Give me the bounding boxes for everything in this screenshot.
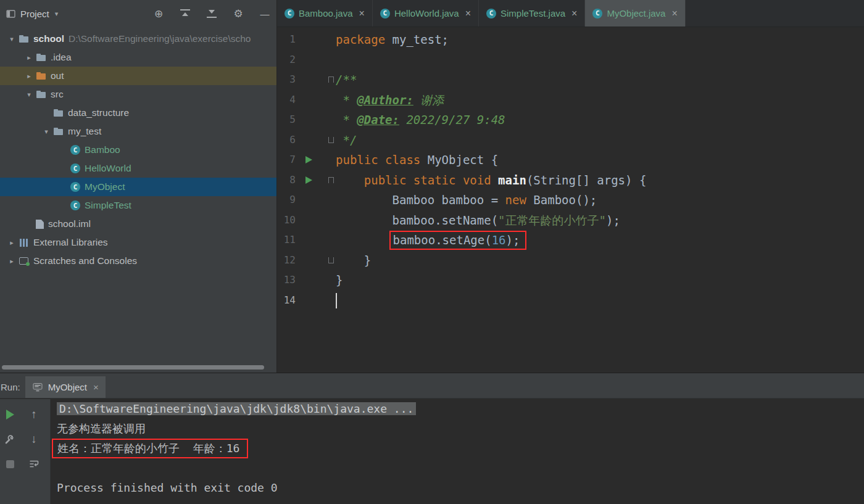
code-line[interactable]: 13} bbox=[277, 270, 864, 291]
square-glyph bbox=[6, 460, 14, 468]
console-line[interactable]: 姓名：正常年龄的小竹子 年龄：16 bbox=[57, 439, 864, 458]
close-icon[interactable]: × bbox=[359, 8, 365, 19]
tree-item-external-libraries[interactable]: ▸External Libraries bbox=[0, 233, 276, 252]
code-token: */ bbox=[336, 133, 357, 147]
tree-item-data-structure[interactable]: data_structure bbox=[0, 104, 276, 122]
tree-item-simpletest[interactable]: CSimpleTest bbox=[0, 196, 276, 215]
tab-label: HelloWorld.java bbox=[394, 8, 459, 19]
project-view-title[interactable]: Project bbox=[20, 9, 49, 19]
code-line[interactable]: 7public class MyObject { bbox=[277, 150, 864, 170]
folder-excluded-icon bbox=[36, 71, 46, 81]
settings-gear-icon[interactable]: ⚙ bbox=[233, 8, 244, 19]
code-token: Bamboo(); bbox=[526, 193, 597, 207]
code-line[interactable]: 2 bbox=[277, 50, 864, 70]
code-line[interactable]: 14 bbox=[277, 291, 864, 311]
rerun-icon[interactable] bbox=[3, 408, 17, 421]
close-icon[interactable]: × bbox=[465, 8, 471, 19]
code-line[interactable]: 11 bamboo.setAge(16); bbox=[277, 230, 864, 250]
scroll-down-icon[interactable]: ↓ bbox=[27, 432, 41, 446]
tree-item-school-iml[interactable]: school.iml bbox=[0, 215, 276, 233]
close-icon[interactable]: × bbox=[571, 8, 577, 19]
project-panel-toolbar: ⊕⚙— bbox=[153, 8, 270, 19]
project-path: D:\SoftwareEngineering\java\exercise\sch… bbox=[69, 33, 251, 44]
code-area[interactable]: 1package my_test;23/**4 * @Author: 谢添5 *… bbox=[277, 27, 864, 310]
soft-wrap-icon[interactable] bbox=[27, 457, 41, 471]
code-line[interactable]: 10 bamboo.setName("正常年龄的小竹子"); bbox=[277, 210, 864, 231]
tab-simpletest-java[interactable]: CSimpleTest.java× bbox=[479, 0, 585, 27]
tool-window-icon[interactable] bbox=[5, 8, 16, 19]
code-text: bamboo.setAge(16); bbox=[336, 230, 864, 250]
console-line[interactable]: D:\SoftwareEngineering\java\jdk\jdk8\bin… bbox=[57, 399, 864, 419]
package-icon bbox=[53, 108, 64, 118]
chevron-right-icon[interactable]: ▸ bbox=[22, 54, 36, 62]
pin-icon[interactable] bbox=[3, 457, 17, 471]
console-line[interactable] bbox=[57, 458, 864, 478]
tree-item-out[interactable]: ▸out bbox=[0, 67, 276, 85]
scroll-from-source-icon[interactable] bbox=[180, 8, 191, 19]
tree-item-scratches-and-consoles[interactable]: ▸Scratches and Consoles bbox=[0, 252, 276, 270]
console-line[interactable]: 无参构造器被调用 bbox=[57, 419, 864, 439]
tree-item-my-test[interactable]: ▾my_test bbox=[0, 122, 276, 141]
tab-helloworld-java[interactable]: CHelloWorld.java× bbox=[373, 0, 479, 27]
line-number: 14 bbox=[277, 291, 296, 311]
code-token: } bbox=[336, 254, 371, 267]
fold-marker-icon[interactable] bbox=[328, 177, 334, 183]
line-number: 6 bbox=[277, 130, 296, 151]
tree-item-helloworld[interactable]: CHelloWorld bbox=[0, 159, 276, 178]
code-token: bamboo.setAge( bbox=[393, 233, 492, 247]
code-line[interactable]: 4 * @Author: 谢添 bbox=[277, 90, 864, 110]
code-line[interactable]: 9 Bamboo bamboo = new Bamboo(); bbox=[277, 190, 864, 210]
code-token: * bbox=[336, 93, 357, 107]
code-text: */ bbox=[336, 130, 864, 151]
wrench-icon[interactable] bbox=[3, 432, 17, 446]
tab-myobject-java[interactable]: CMyObject.java× bbox=[585, 0, 685, 27]
line-number: 1 bbox=[277, 30, 296, 50]
code-token: public static void bbox=[364, 173, 498, 187]
tree-item-idea[interactable]: ▸.idea bbox=[0, 48, 276, 67]
chevron-down-icon[interactable]: ▾ bbox=[55, 10, 59, 18]
editor-tabs: CBamboo.java×CHelloWorld.java×CSimpleTes… bbox=[277, 0, 864, 27]
tree-item-myobject[interactable]: CMyObject bbox=[0, 178, 276, 196]
horizontal-scrollbar[interactable] bbox=[2, 365, 264, 370]
chevron-right-icon[interactable]: ▸ bbox=[5, 257, 19, 265]
console-output[interactable]: D:\SoftwareEngineering\java\jdk\jdk8\bin… bbox=[51, 399, 864, 504]
code-line[interactable]: 8 public static void main(String[] args)… bbox=[277, 170, 864, 191]
run-tab[interactable]: MyObject × bbox=[25, 376, 106, 398]
code-line[interactable]: 5 * @Date: 2022/9/27 9:48 bbox=[277, 110, 864, 130]
tab-label: Bamboo.java bbox=[299, 8, 353, 19]
code-line[interactable]: 3/** bbox=[277, 70, 864, 90]
chevron-down-icon[interactable]: ▾ bbox=[22, 91, 36, 99]
tree-item-src[interactable]: ▾src bbox=[0, 85, 276, 104]
project-panel-header: Project ▾ ⊕⚙— bbox=[0, 0, 276, 27]
tab-bamboo-java[interactable]: CBamboo.java× bbox=[277, 0, 373, 27]
chevron-right-icon[interactable]: ▸ bbox=[22, 72, 36, 80]
scroll-up-icon[interactable]: ↑ bbox=[27, 408, 41, 421]
tree-item-label: .idea bbox=[51, 52, 72, 63]
code-token: (String[] args) { bbox=[526, 173, 646, 187]
run-label: Run: bbox=[0, 382, 25, 398]
collapse-all-icon[interactable] bbox=[206, 8, 217, 19]
run-panel-header: Run: MyObject × bbox=[0, 373, 864, 399]
hide-panel-icon[interactable]: — bbox=[259, 8, 270, 19]
chevron-down-icon[interactable]: ▾ bbox=[5, 35, 19, 43]
run-arrow-icon[interactable] bbox=[305, 176, 312, 184]
locate-file-icon[interactable]: ⊕ bbox=[153, 8, 164, 19]
tree-item-bamboo[interactable]: CBamboo bbox=[0, 141, 276, 159]
code-line[interactable]: 6 */ bbox=[277, 130, 864, 151]
chevron-right-icon[interactable]: ▸ bbox=[5, 239, 19, 247]
close-icon[interactable]: × bbox=[671, 8, 677, 19]
fold-marker-icon[interactable] bbox=[328, 137, 334, 143]
console-line[interactable]: Process finished with exit code 0 bbox=[57, 478, 864, 498]
package-icon bbox=[53, 126, 64, 136]
code-line[interactable]: 1package my_test; bbox=[277, 30, 864, 50]
close-icon[interactable]: × bbox=[93, 382, 99, 392]
fold-marker-icon[interactable] bbox=[328, 257, 334, 263]
code-text bbox=[336, 291, 864, 311]
tree-item-school[interactable]: ▾schoolD:\SoftwareEngineering\java\exerc… bbox=[0, 30, 276, 48]
code-line[interactable]: 12 } bbox=[277, 250, 864, 271]
run-arrow-icon[interactable] bbox=[305, 156, 312, 163]
libraries-icon bbox=[19, 238, 29, 247]
code-token: new bbox=[505, 193, 526, 207]
fold-marker-icon[interactable] bbox=[328, 76, 334, 83]
chevron-down-icon[interactable]: ▾ bbox=[39, 128, 53, 136]
